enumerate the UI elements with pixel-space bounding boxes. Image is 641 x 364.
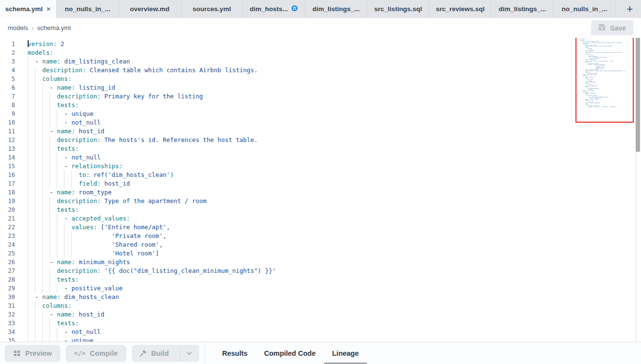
- preview-button[interactable]: Preview: [5, 345, 60, 362]
- build-button[interactable]: Build: [132, 346, 176, 361]
- minimap[interactable]: version: 2models: - name: dim_listings_c…: [575, 38, 634, 123]
- tab-no-nulls-in-...[interactable]: no_nulls_in_...: [554, 0, 616, 18]
- code-line[interactable]: 10- not_null: [0, 118, 641, 127]
- yaml-dash: -: [49, 127, 57, 135]
- tab-sources.yml[interactable]: sources.yml: [181, 0, 243, 18]
- indent-guide: [49, 197, 57, 206]
- tab-schema.yml[interactable]: schema.yml✕: [0, 0, 57, 18]
- tab-overview.md[interactable]: overview.md: [119, 0, 181, 18]
- indent-guide: [28, 258, 35, 267]
- code-line[interactable]: 27description: '{{ doc("dim_listing_clea…: [0, 267, 641, 275]
- indent-guide: [49, 267, 57, 275]
- code-line[interactable]: 3- name: dim_listings_clean: [0, 57, 641, 66]
- indent-guide: [71, 179, 79, 188]
- yaml-key: name:: [42, 293, 61, 301]
- indent-guide: [42, 197, 49, 206]
- yaml-dash: -: [49, 258, 57, 266]
- code-line[interactable]: 25 'Hotel room']: [0, 249, 641, 258]
- code-line[interactable]: 17field: host_id: [0, 179, 641, 188]
- yaml-key: values:: [71, 223, 97, 231]
- indent-guide: [64, 223, 71, 232]
- code-line[interactable]: 24 'Shared room',: [0, 240, 641, 249]
- code-line[interactable]: 34- not_null: [0, 328, 641, 336]
- code-line[interactable]: 22values: ['Entire home/apt',: [0, 223, 641, 232]
- yaml-dash: -: [49, 311, 57, 318]
- code-line[interactable]: 32- name: host_id: [0, 310, 641, 319]
- code-line[interactable]: 33tests:: [0, 319, 641, 328]
- code-line[interactable]: 20tests:: [0, 206, 641, 214]
- indent-guide: [35, 284, 42, 293]
- code-line[interactable]: 6- name: listing_id: [0, 83, 641, 92]
- code-line[interactable]: 28tests:: [0, 275, 641, 284]
- line-content: 'Hotel room']: [28, 249, 159, 258]
- code-line[interactable]: 14- not_null: [0, 153, 641, 162]
- code-line[interactable]: 9- unique: [0, 110, 641, 118]
- code-line[interactable]: 31columns:: [0, 301, 641, 310]
- close-icon[interactable]: ✕: [46, 6, 51, 13]
- code-line[interactable]: 8tests:: [0, 101, 641, 110]
- code-line[interactable]: 1version: 2: [0, 40, 641, 48]
- code-line[interactable]: 23 'Private room',: [0, 232, 641, 240]
- build-dropdown-button[interactable]: [180, 346, 198, 361]
- yaml-key: tests:: [57, 206, 79, 213]
- tab-src-reviews.sql[interactable]: src_reviews.sql: [429, 0, 492, 18]
- tab-dim-hosts...[interactable]: dim_hosts...: [243, 0, 305, 18]
- code-line[interactable]: 18- name: room_type: [0, 188, 641, 197]
- line-number: 20: [0, 206, 15, 214]
- compile-button[interactable]: </> Compile: [66, 345, 126, 362]
- code-line[interactable]: 4description: Cleansed table which conta…: [0, 66, 641, 75]
- tab-src-listings.sql[interactable]: src_listings.sql: [367, 0, 429, 18]
- tab-label: no_nulls_in_...: [562, 5, 608, 13]
- yaml-key: relationships:: [71, 162, 122, 170]
- indent-guide: [35, 144, 42, 153]
- code-editor[interactable]: 1version: 22models:3- name: dim_listings…: [0, 38, 641, 342]
- indent-guide: [49, 240, 57, 249]
- panel-tab-lineage[interactable]: Lineage: [324, 342, 367, 364]
- code-line[interactable]: 30- name: dim_hosts_clean: [0, 293, 641, 301]
- indent-guide: [28, 101, 35, 110]
- code-line[interactable]: 12description: The hosts's id. Reference…: [0, 136, 641, 144]
- code-line[interactable]: 5columns:: [0, 75, 641, 83]
- code-line[interactable]: 2models:: [0, 48, 641, 57]
- yaml-dash: -: [64, 162, 71, 170]
- line-content: tests:: [28, 144, 79, 153]
- code-line[interactable]: 29- positive_value: [0, 284, 641, 293]
- yaml-key: version:: [28, 40, 57, 47]
- code-line[interactable]: 7description: Primary key for the listin…: [0, 92, 641, 101]
- code-line[interactable]: 26- name: minimum_nights: [0, 258, 641, 267]
- tab-dim-listings-...[interactable]: dim_listings_...: [492, 0, 554, 18]
- yaml-key: description:: [57, 93, 100, 100]
- yaml-dash: -: [35, 58, 42, 65]
- indent-guide: [35, 249, 42, 258]
- indent-guide: [28, 153, 35, 162]
- tab-no-nulls-in-...[interactable]: no_nulls_in_...: [57, 0, 119, 18]
- line-content: - positive_value: [28, 284, 123, 293]
- indent-guide: [42, 127, 49, 136]
- indent-guide: [42, 267, 49, 275]
- indent-guide: [28, 179, 35, 188]
- code-line[interactable]: 35- unique: [0, 336, 641, 342]
- yaml-key: columns:: [42, 75, 71, 82]
- tab-dim-listings-...[interactable]: dim_listings_...: [305, 0, 367, 18]
- code-line[interactable]: 15- relationships:: [0, 162, 641, 171]
- breadcrumb-folder[interactable]: models: [8, 24, 28, 32]
- code-line[interactable]: 13tests:: [0, 144, 641, 153]
- yaml-dash: -: [35, 293, 42, 301]
- indent-guide: [35, 171, 42, 179]
- code-line[interactable]: 21- accepted_values:: [0, 214, 641, 223]
- save-button[interactable]: Save: [591, 20, 633, 35]
- scrollbar-thumb[interactable]: [636, 38, 640, 152]
- code-line[interactable]: 16to: ref('dim_hosts_clean'): [0, 171, 641, 179]
- indent-guide: [35, 66, 42, 75]
- panel-tab-compiled-code[interactable]: Compiled Code: [256, 342, 324, 364]
- code-line[interactable]: 19description: Type of the apartment / r…: [0, 197, 641, 206]
- indent-guide: [35, 232, 42, 240]
- yaml-value: Cleansed table which contains Airbnb lis…: [591, 42, 622, 44]
- indent-guide: [28, 232, 35, 240]
- code-line[interactable]: 11- name: host_id: [0, 127, 641, 136]
- new-tab-button[interactable]: +: [624, 3, 636, 16]
- indent-guide: [49, 249, 57, 258]
- indent-guide: [28, 206, 35, 214]
- indent-guide: [35, 301, 42, 310]
- panel-tab-results[interactable]: Results: [214, 342, 256, 364]
